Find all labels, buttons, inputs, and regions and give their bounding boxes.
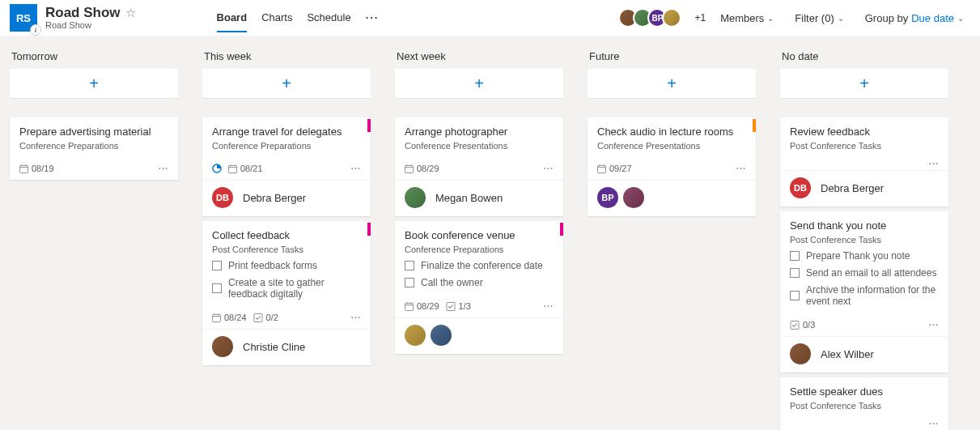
info-icon[interactable]: i: [30, 24, 41, 36]
members-dropdown[interactable]: Members ⌄: [714, 12, 780, 24]
add-task-button[interactable]: +: [10, 69, 178, 98]
task-bucket: Conference Presentations: [597, 141, 746, 151]
checklist-icon: [790, 321, 800, 330]
tab-charts[interactable]: Charts: [261, 3, 292, 32]
avatar[interactable]: [790, 343, 811, 364]
add-task-button[interactable]: +: [395, 69, 563, 98]
checklist-item[interactable]: Prepare Thank you note: [790, 250, 939, 262]
tabs: Board Charts Schedule ···: [217, 3, 380, 32]
assignee-row: Alex Wilber: [780, 336, 948, 373]
add-task-button[interactable]: +: [588, 69, 756, 98]
task-title: Arrange photographer: [405, 126, 554, 138]
task-title: Check audio in lecture rooms: [597, 126, 746, 138]
card-more-icon[interactable]: ···: [351, 164, 361, 173]
avatar[interactable]: [212, 336, 233, 357]
assignee-name: Alex Wilber: [821, 348, 874, 360]
task-card[interactable]: Settle speaker duesPost Conference Tasks…: [780, 377, 948, 430]
column-title: Future: [588, 50, 756, 62]
plan-badge: RS i: [10, 4, 37, 32]
card-meta: 08/29···: [395, 157, 563, 180]
card-meta: ···: [780, 417, 948, 430]
card-body: Book conference venueConference Preparat…: [395, 221, 563, 295]
task-card[interactable]: Send thank you notePost Conference Tasks…: [780, 211, 948, 373]
card-more-icon[interactable]: ···: [544, 164, 554, 173]
card-more-icon[interactable]: ···: [929, 159, 939, 168]
checkbox-icon: [212, 261, 222, 270]
avatar[interactable]: [623, 187, 644, 208]
board: Tomorrow+Prepare advertising materialCon…: [0, 36, 980, 430]
assignee-name: Debra Berger: [243, 192, 306, 204]
task-card[interactable]: Check audio in lecture roomsConference P…: [588, 117, 756, 216]
card-meta: 09/27···: [588, 157, 756, 180]
card-more-icon[interactable]: ···: [544, 301, 554, 311]
group-by-dropdown[interactable]: Group by Due date ⌄: [859, 12, 970, 24]
assignee-row: DBDebra Berger: [780, 170, 948, 206]
checklist-item[interactable]: Create a site to gather feedback digital…: [212, 277, 361, 300]
card-meta: 08/21···: [202, 157, 371, 180]
avatar[interactable]: [405, 325, 426, 346]
calendar-icon: [228, 164, 237, 173]
checklist-item[interactable]: Archive the information for the event ne…: [790, 284, 939, 307]
category-tag: [560, 223, 563, 236]
svg-rect-13: [253, 313, 261, 321]
calendar-icon: [212, 313, 221, 322]
calendar-icon: [405, 302, 414, 311]
svg-rect-27: [791, 321, 799, 329]
chevron-down-icon: ⌄: [767, 14, 774, 23]
card-body: Prepare advertising materialConference P…: [10, 117, 178, 157]
task-card[interactable]: Collect feedbackPost Conference TasksPri…: [202, 221, 371, 365]
task-card[interactable]: Review feedbackPost Conference Tasks···D…: [780, 117, 948, 206]
task-bucket: Post Conference Tasks: [790, 141, 939, 151]
task-card[interactable]: Arrange travel for delegatesConference P…: [202, 117, 371, 216]
member-avatars[interactable]: BP: [623, 8, 681, 28]
calendar-icon: [405, 164, 414, 173]
avatar[interactable]: BP: [597, 187, 618, 208]
filter-dropdown[interactable]: Filter (0) ⌄: [788, 12, 850, 24]
board-column: Tomorrow+Prepare advertising materialCon…: [10, 50, 178, 185]
star-icon[interactable]: ☆: [125, 6, 136, 20]
card-more-icon[interactable]: ···: [351, 313, 361, 322]
card-more-icon[interactable]: ···: [736, 164, 746, 173]
tab-schedule[interactable]: Schedule: [307, 3, 350, 32]
svg-rect-14: [405, 165, 413, 172]
card-more-icon[interactable]: ···: [159, 164, 168, 173]
column-title: This week: [202, 50, 371, 62]
due-date: 08/29: [405, 301, 439, 311]
card-body: Review feedbackPost Conference Tasks: [780, 117, 948, 157]
card-meta: 08/240/2···: [202, 306, 371, 329]
checklist-count: 1/3: [446, 301, 471, 311]
task-title: Collect feedback: [212, 229, 361, 241]
chevron-down-icon: ⌄: [957, 14, 964, 23]
plan-subtitle: Road Show: [45, 20, 136, 30]
task-card[interactable]: Prepare advertising materialConference P…: [10, 117, 178, 180]
due-date: 08/29: [405, 164, 439, 173]
checkbox-icon: [212, 283, 222, 293]
checklist-item[interactable]: Print feedback forms: [212, 260, 361, 271]
category-tag: [753, 119, 756, 132]
task-bucket: Post Conference Tasks: [212, 245, 361, 254]
extra-member-count[interactable]: +1: [694, 12, 706, 23]
card-body: Arrange photographerConference Presentat…: [395, 117, 563, 157]
plan-badge-text: RS: [16, 12, 31, 24]
add-task-button[interactable]: +: [202, 69, 371, 98]
category-tag: [367, 119, 371, 132]
avatar[interactable]: DB: [790, 177, 811, 198]
card-meta: ···: [780, 157, 948, 170]
avatar[interactable]: [405, 187, 426, 208]
card-more-icon[interactable]: ···: [929, 419, 939, 428]
column-title: Next week: [395, 50, 563, 62]
checklist-item[interactable]: Call the owner: [405, 277, 554, 288]
add-task-button[interactable]: +: [780, 69, 948, 98]
checklist-item[interactable]: Finalize the conference date: [405, 260, 554, 271]
card-more-icon[interactable]: ···: [929, 320, 939, 330]
assignee-name: Debra Berger: [821, 182, 884, 194]
task-card[interactable]: Book conference venueConference Preparat…: [395, 221, 563, 354]
checklist-item[interactable]: Send an email to all attendees: [790, 267, 939, 279]
avatar[interactable]: [431, 325, 452, 346]
task-card[interactable]: Arrange photographerConference Presentat…: [395, 117, 563, 216]
tab-board[interactable]: Board: [217, 3, 248, 32]
task-bucket: Conference Presentations: [405, 141, 554, 151]
due-date: 09/27: [597, 164, 632, 173]
avatar[interactable]: DB: [212, 187, 233, 208]
tab-more[interactable]: ···: [366, 3, 380, 32]
